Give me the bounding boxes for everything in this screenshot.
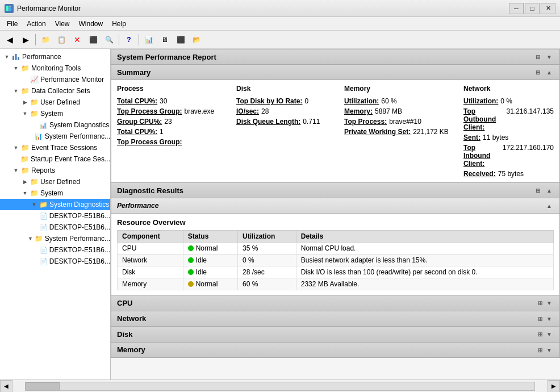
toggle-user-def-1[interactable]: ▶ [20, 98, 30, 107]
scroll-right-btn[interactable]: ▶ [548, 380, 560, 393]
report-grid-icon: ⊞ [536, 54, 540, 60]
back-button[interactable]: ◀ [2, 33, 17, 47]
mem-mb-label[interactable]: Memory: [344, 107, 373, 115]
toggle-performance[interactable]: ▼ [2, 52, 11, 61]
disk-collapse-btn[interactable]: ▼ [545, 330, 554, 339]
tree-event-trace[interactable]: ▼ 📁 Event Trace Sessions [0, 142, 110, 153]
top-group-label[interactable]: Top Process Group: [117, 107, 182, 115]
maximize-button[interactable]: □ [525, 3, 540, 14]
summary-header[interactable]: Summary ⊞ ▲ [111, 65, 560, 80]
tree-performance-monitor[interactable]: 📈 Performance Monitor [0, 74, 110, 85]
network-collapse-btn[interactable]: ▼ [545, 314, 554, 323]
delete-button[interactable]: ✕ [70, 33, 85, 47]
toggle-system-1[interactable]: ▼ [20, 109, 30, 118]
tree-desktop-2[interactable]: 📄 DESKTOP-E51B6... [0, 222, 110, 233]
summary-collapse-btn[interactable]: ▲ [545, 68, 554, 77]
monitor-button[interactable]: 🖥 [157, 33, 172, 47]
tree-label-desktop3: DESKTOP-E51B6... [49, 246, 110, 254]
perf-collapse-btn[interactable]: ▲ [545, 201, 554, 210]
disk-section[interactable]: Disk ⊞ ▼ [111, 327, 560, 343]
forward-button[interactable]: ▶ [18, 33, 33, 47]
io-sec-label[interactable]: IO/sec: [236, 107, 259, 115]
memory-collapse-btn[interactable]: ▼ [545, 345, 554, 355]
tree-sys-perf-dcs[interactable]: 📊 System Performanc... [0, 131, 110, 142]
net-inbound-label[interactable]: Top Inbound Client: [463, 144, 500, 168]
properties-button[interactable]: ⬛ [86, 33, 101, 47]
toggle-perf-mon [20, 75, 30, 84]
top-group2-label[interactable]: Top Process Group: [117, 138, 182, 146]
chart-button[interactable]: 📊 [141, 33, 156, 47]
tree-user-defined-2[interactable]: ▶ 📁 User Defined [0, 176, 110, 187]
mem-pws-label: Private Working Set: [344, 128, 411, 136]
total-cpu-label[interactable]: Total CPU%: [117, 97, 157, 105]
open-button[interactable]: 📁 [38, 33, 53, 47]
menu-help[interactable]: Help [107, 19, 131, 29]
tree-label-userdef2: User Defined [40, 178, 80, 186]
col-component: Component [118, 231, 183, 243]
toggle-reports[interactable]: ▼ [11, 166, 20, 175]
search-button[interactable]: 🔍 [102, 33, 116, 47]
tree-root-performance[interactable]: ▼ Performance [0, 51, 110, 62]
memory-section[interactable]: Memory ⊞ ▼ [111, 343, 560, 358]
scrollbar-thumb[interactable] [26, 382, 60, 390]
scroll-left-btn[interactable]: ◀ [0, 380, 12, 393]
toggle-sysperf-dcs [27, 132, 35, 141]
report-collapse-btn[interactable]: ▼ [545, 52, 554, 61]
new-button[interactable]: 📋 [54, 33, 69, 47]
menu-file[interactable]: File [2, 19, 22, 29]
toggle-event-trace[interactable]: ▼ [11, 143, 20, 152]
mem-top-proc-label[interactable]: Top Process: [344, 118, 387, 126]
tree-sys-perf-reports[interactable]: ▼ 📁 System Performanc... [0, 233, 110, 244]
menu-window[interactable]: Window [74, 19, 108, 29]
tree-system-1[interactable]: ▼ 📁 System [0, 108, 110, 119]
col-details: Details [296, 231, 553, 243]
mem-util-value: 60 % [381, 97, 396, 105]
tree-label-eventtrace: Event Trace Sessions [31, 144, 97, 152]
scrollbar-track[interactable] [25, 382, 535, 391]
tree-sys-diag-dcs[interactable]: 📊 System Diagnostics [0, 119, 110, 131]
diag-results-header[interactable]: Diagnostic Results ⊞ ▲ [111, 183, 560, 198]
tree-label-startuptrace: Startup Event Trace Ses... [31, 155, 110, 163]
folder2-button[interactable]: 📂 [189, 33, 204, 47]
menu-view[interactable]: View [51, 19, 74, 29]
toggle-sysdiag-rep[interactable]: ▼ [30, 200, 39, 209]
report1-icon: 📄 [40, 211, 48, 220]
menu-action[interactable]: Action [22, 19, 50, 29]
net-outbound-label[interactable]: Top Outbound Client: [463, 107, 504, 131]
tree-label-sysperf-dcs: System Performanc... [45, 132, 110, 140]
toggle-user-def-2[interactable]: ▶ [20, 177, 30, 186]
net-util-label[interactable]: Utilization: [463, 97, 498, 105]
tree-data-collector[interactable]: ▼ 📁 Data Collector Sets [0, 85, 110, 97]
total-cpu2-label[interactable]: Total CPU%: [117, 128, 157, 136]
tree-startup-trace[interactable]: 📁 Startup Event Trace Ses... [0, 153, 110, 165]
top-disk-label[interactable]: Top Disk by IO Rate: [236, 97, 302, 105]
tree-desktop-3[interactable]: 📄 DESKTOP-E51B6... [0, 244, 110, 256]
tree-sys-diag-reports[interactable]: ▼ 📁 System Diagnostics [0, 199, 110, 210]
toggle-data-collector[interactable]: ▼ [11, 86, 20, 95]
minimize-button[interactable]: ─ [509, 3, 524, 14]
diag-collapse-btn[interactable]: ▲ [545, 186, 554, 195]
mem-util-label[interactable]: Utilization: [344, 97, 379, 105]
tree-reports[interactable]: ▼ 📁 Reports [0, 165, 110, 176]
cpu-collapse-btn[interactable]: ▼ [545, 299, 554, 308]
performance-subheader[interactable]: Performance ▲ [111, 198, 559, 214]
tree-monitoring-tools[interactable]: ▼ 📁 Monitoring Tools [0, 62, 110, 74]
disk-queue-label[interactable]: Disk Queue Length: [236, 118, 300, 126]
report-header[interactable]: System Performance Report ⊞ ▼ [111, 49, 560, 65]
toggle-sysperf-rep[interactable]: ▼ [26, 234, 34, 243]
toggle-system-2[interactable]: ▼ [20, 189, 30, 198]
help-button[interactable]: ? [122, 33, 136, 47]
black-btn[interactable]: ⬛ [173, 33, 188, 47]
tree-user-defined-1[interactable]: ▶ 📁 User Defined [0, 97, 110, 108]
tree-desktop-1[interactable]: 📄 DESKTOP-E51B6... [0, 210, 110, 222]
close-button[interactable]: ✕ [541, 3, 555, 14]
cpu-section[interactable]: CPU ⊞ ▼ [111, 295, 560, 311]
tree-system-2[interactable]: ▼ 📁 System [0, 187, 110, 199]
status-text: Normal [196, 280, 218, 288]
tree-label-desktop4: DESKTOP-E51B6... [49, 257, 110, 265]
tree-desktop-4[interactable]: 📄 DESKTOP-E51B6... [0, 256, 110, 267]
group-cpu-label[interactable]: Group CPU%: [117, 118, 162, 126]
network-section[interactable]: Network ⊞ ▼ [111, 311, 560, 327]
toggle-monitoring[interactable]: ▼ [11, 64, 20, 73]
memory-col-header: Memory [344, 85, 458, 93]
